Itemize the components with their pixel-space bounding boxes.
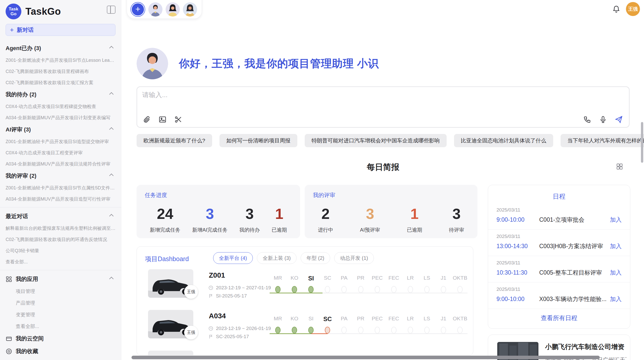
list-item[interactable]: A034-全新新能源MUV产品开发项目计划变更表编写 <box>0 112 121 123</box>
vertical-scrollbar[interactable] <box>641 122 643 163</box>
suggestion-chip[interactable]: 欧洲新规最近颁布了什么? <box>137 134 212 147</box>
list-item[interactable]: Z001-全新燃油皮卡产品开发项目SI节点Lesson Learn报告 <box>0 55 121 66</box>
logo-text-top: Task <box>9 7 18 11</box>
list-item[interactable]: C02-飞腾新能源轻客改款项目立项汇报方案 <box>0 77 121 88</box>
chevron-up-icon[interactable] <box>109 92 114 97</box>
horizontal-scrollbar[interactable] <box>131 356 600 359</box>
taskgo-app: Task Go TaskGo + 新对话 Agent已办 (3) Z001-全新… <box>0 0 644 360</box>
list-item[interactable]: C0X4-动力总成开发项目SI里程碑提交物检查 <box>0 101 121 112</box>
milestone-dot-pending <box>391 327 397 334</box>
milestone-dot-pending <box>358 327 363 334</box>
section-agent-done[interactable]: Agent已办 (3) <box>0 42 121 55</box>
divider <box>0 207 121 207</box>
scissors-icon[interactable] <box>174 115 182 124</box>
milestone: PA <box>336 269 352 293</box>
milestone: SI <box>303 310 319 334</box>
sidebar-item-my-favorites[interactable]: 我的收藏 <box>0 345 121 358</box>
milestone-dot-pending <box>358 286 363 293</box>
phone-icon[interactable] <box>583 115 591 124</box>
stat-new-done: 24新增完成任务 <box>150 200 180 238</box>
recent-view-all[interactable]: 查看全部... <box>0 256 121 267</box>
my-favorites-label: 我的收藏 <box>16 348 38 355</box>
my-cloud-label: 我的云空间 <box>16 335 44 342</box>
project-row[interactable] <box>148 351 469 355</box>
suggestion-chip[interactable]: 比亚迪全固态电池计划具体说了什么 <box>454 134 553 147</box>
add-agent-button[interactable]: + <box>130 2 145 17</box>
schedule-time: 13:00-14:30 <box>496 243 539 250</box>
list-item[interactable]: Z001-全新燃油轻卡产品开发项目SI节点属性5D文件评审 <box>0 182 121 193</box>
assistant-avatar <box>137 48 168 79</box>
send-icon[interactable] <box>615 115 623 124</box>
stat-new-ai-done: 3新增AI完成任务 <box>192 200 228 238</box>
avatar[interactable] <box>183 2 197 17</box>
milestone-dot-pending <box>408 286 413 293</box>
list-item[interactable]: 解释最新出台的欧盟报废车法规再生塑料比例被调至15%... <box>0 223 121 234</box>
collapse-sidebar-icon[interactable] <box>107 6 115 14</box>
apps-view-all[interactable]: 查看全部... <box>0 321 121 332</box>
notifications-bell-icon[interactable] <box>612 5 620 14</box>
list-item[interactable]: A034-全新新能源MUV产品开发项目造型可行性评审 <box>0 193 121 205</box>
section-my-todo[interactable]: 我的待办 (2) <box>0 88 121 101</box>
view-all-schedule-link[interactable]: 查看所有日程 <box>488 309 630 327</box>
milestone: KO <box>286 269 303 293</box>
list-item[interactable]: C02-飞腾新能源轻客改款项目里程碑画布 <box>0 66 121 77</box>
milestone: LR <box>402 310 419 334</box>
schedule-title: 日程 <box>488 185 630 203</box>
chevron-up-icon[interactable] <box>109 214 114 218</box>
user-avatar[interactable]: 王强 <box>626 2 640 16</box>
schedule-date: 2025/03/11 <box>496 260 622 266</box>
schedule-date: 2025/03/11 <box>496 287 622 292</box>
sidebar-item-project-mgmt[interactable]: 项目管理 <box>0 286 121 297</box>
list-item[interactable]: C02-飞腾新能源轻客改款项目的闭环通告反馈情况 <box>0 234 121 245</box>
suggestion-chip[interactable]: 如何写一份清晰的项目周报 <box>219 134 297 147</box>
chevron-up-icon[interactable] <box>109 46 114 50</box>
list-item[interactable]: 公司Q3轻卡销量 <box>0 245 121 256</box>
schedule-name: X003-车辆动力学性能验... <box>539 295 610 303</box>
image-icon[interactable] <box>158 115 167 124</box>
list-item[interactable]: C0X4-动力总成开发项目工程变更评审 <box>0 147 121 158</box>
new-chat-button[interactable]: + 新对话 <box>6 24 115 36</box>
suggestion-chip[interactable]: 特朗普可能对进口汽车增税会对中国车企造成哪些影响 <box>305 134 447 147</box>
mic-icon[interactable] <box>599 115 607 124</box>
tab-powertrain[interactable]: 动总开发 (1) <box>334 252 374 264</box>
tab-new-body[interactable]: 全新上装 (3) <box>257 252 297 264</box>
divider <box>0 270 121 270</box>
sidebar-item-my-cloud[interactable]: 我的云空间 <box>0 332 121 345</box>
milestone: PR <box>352 269 369 293</box>
suggestion-chip[interactable]: 当下年轻人对汽车外观有怎样的喜好趋势 <box>561 134 644 147</box>
sidebar-item-my-apps[interactable]: 我的应用 <box>0 273 121 286</box>
join-button[interactable]: 加入 <box>610 269 622 277</box>
project-row[interactable]: 王强 A034 2023-12-19 ~ 2026-01-19 SC-2025-… <box>148 310 469 346</box>
tab-new-platform[interactable]: 全新平台 (4) <box>213 252 253 264</box>
section-ai-review[interactable]: AI评审 (3) <box>0 123 121 136</box>
milestone-dot-pending <box>325 286 330 293</box>
composer-attachments <box>143 115 182 124</box>
section-my-review[interactable]: 我的评审 (2) <box>0 170 121 182</box>
layout-grid-icon[interactable] <box>616 163 623 170</box>
join-button[interactable]: 加入 <box>610 242 622 250</box>
project-row[interactable]: 王强 Z001 2023-12-19 ~ 2027-01-19 SI-2025-… <box>148 269 469 305</box>
stat-ai-prereview: 3AI预评审 <box>360 200 380 238</box>
chat-input[interactable] <box>142 91 623 112</box>
milestone-dot-pending <box>375 327 380 334</box>
join-button[interactable]: 加入 <box>610 216 622 224</box>
card-title: 我的评审 <box>313 191 335 199</box>
paperclip-icon[interactable] <box>143 115 151 124</box>
chevron-up-icon[interactable] <box>109 174 114 178</box>
top-right-controls: 王强 <box>612 2 640 16</box>
logo-text-bottom: Go <box>10 11 17 16</box>
list-item[interactable]: Z001-全新燃油轻卡产品开发项目SI造型提交物评审 <box>0 136 121 147</box>
section-recent-chats[interactable]: 最近对话 <box>0 210 121 223</box>
tab-model-year[interactable]: 年型 (2) <box>301 252 330 264</box>
milestone: SC <box>319 269 336 293</box>
list-item[interactable]: A034-全新新能源MUV产品开发项目法规符合性评审 <box>0 158 121 170</box>
chevron-up-icon[interactable] <box>109 127 114 132</box>
avatar[interactable] <box>148 2 163 17</box>
milestone-current: SI <box>303 269 319 293</box>
join-button[interactable]: 加入 <box>610 295 622 303</box>
milestone-dot-pending <box>424 327 430 334</box>
avatar[interactable] <box>166 2 180 17</box>
sidebar-item-product-mgmt[interactable]: 产品管理 <box>0 297 121 309</box>
chevron-up-icon[interactable] <box>109 277 114 281</box>
sidebar-item-change-mgmt[interactable]: 变更管理 <box>0 309 121 321</box>
